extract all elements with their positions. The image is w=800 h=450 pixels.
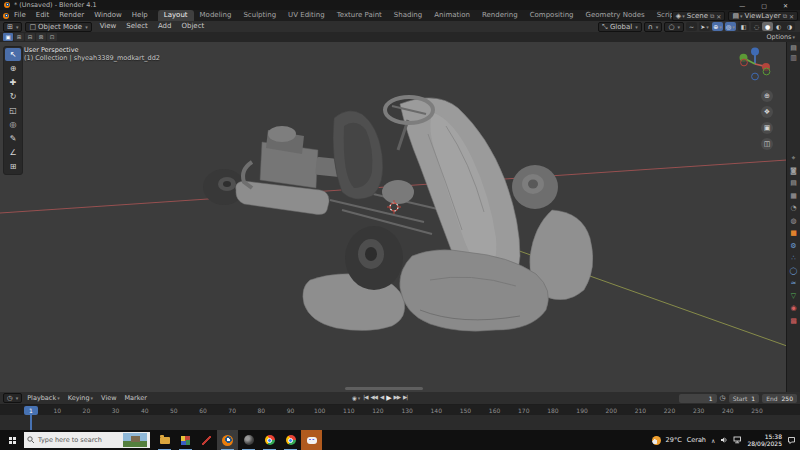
gizmo-neg-y-axis[interactable] [763, 68, 770, 75]
workspace-tab-geometry-nodes[interactable]: Geometry Nodes [580, 10, 651, 21]
unlink-scene-button[interactable]: ✕ [716, 13, 721, 20]
taskbar-search[interactable]: Type here to search [24, 432, 150, 448]
view-navigation-gizmo[interactable] [735, 44, 775, 84]
menu-keying[interactable]: Keying [64, 393, 97, 404]
timeline-editor-dropdown[interactable]: ◷ [3, 393, 22, 403]
tool-tab[interactable]: ⌖ [792, 154, 796, 162]
play-button[interactable]: ▶ [386, 394, 390, 402]
modifiers-tab[interactable]: ⚙ [790, 242, 796, 250]
scene-browse-icon[interactable]: ◈ [676, 12, 685, 20]
frame-end-field[interactable]: End 250 [762, 394, 797, 403]
render-tab[interactable]: ◙ [790, 167, 797, 175]
zoom-button[interactable]: ⊕ [761, 90, 773, 102]
volume-icon[interactable] [720, 436, 728, 444]
add-cube-tool[interactable]: ⊞ [5, 160, 21, 173]
play-reverse-button[interactable]: ◀ [380, 394, 383, 402]
tweak-select-tool[interactable]: ↖ [5, 48, 21, 61]
previous-keyframe-button[interactable]: ◀◀ [370, 394, 376, 402]
menu-file[interactable]: File [9, 10, 31, 21]
wireframe-shading[interactable]: ◌ [751, 22, 762, 31]
viewport-3d[interactable]: User Perspective (1) Collection | shyeah… [0, 42, 787, 392]
menu-help[interactable]: Help [127, 10, 153, 21]
workspace-tab-sculpting[interactable]: Sculpting [237, 10, 282, 21]
new-view-layer-button[interactable]: ⧉ [783, 12, 787, 20]
menu-render[interactable]: Render [54, 10, 89, 21]
visibility-filter-dropdown[interactable]: ➤ [699, 22, 710, 31]
cursor-tool[interactable]: ⊕ [5, 62, 21, 75]
texture-tab[interactable]: ▩ [790, 317, 797, 325]
view-layer-selector[interactable]: ▤ ViewLayer ⧉ ✕ [728, 11, 798, 21]
workspace-tab-layout[interactable]: Layout [158, 10, 194, 21]
object-tab[interactable]: ■ [790, 229, 797, 237]
material-preview-shading[interactable]: ◐ [773, 22, 784, 31]
chrome-icon-button[interactable] [259, 430, 280, 450]
gizmo-z-axis[interactable] [751, 48, 759, 56]
measure-tool[interactable]: ∠ [5, 146, 21, 159]
hidden-icons-chevron[interactable]: ∧ [711, 437, 715, 444]
rendered-shading[interactable]: ◑ [784, 22, 795, 31]
transform-tool[interactable]: ◎ [5, 118, 21, 131]
file-explorer-icon-button[interactable] [154, 430, 175, 450]
workspace-tab-animation[interactable]: Animation [428, 10, 476, 21]
select-set-mode[interactable]: ▣ [3, 33, 13, 41]
mode-dropdown[interactable]: □ Object Mode [25, 22, 91, 32]
falloff-button[interactable]: ~ [686, 22, 697, 31]
workspace-tab-shading[interactable]: Shading [388, 10, 428, 21]
blender-app-icon-button[interactable] [217, 430, 238, 450]
editor-type-dropdown[interactable]: ⊞ [3, 22, 22, 32]
workspace-tab-compositing[interactable]: Compositing [524, 10, 580, 21]
material-tab[interactable]: ◉ [790, 304, 796, 312]
snap-dropdown[interactable]: ∩ [644, 22, 663, 32]
weather-icon[interactable] [652, 436, 661, 445]
close-button[interactable]: ✕ [783, 2, 788, 9]
options-dropdown[interactable]: Options [766, 33, 797, 41]
select-invert-mode[interactable]: ⊠ [36, 33, 46, 41]
workspace-tab-uv-editing[interactable]: UV Editing [282, 10, 331, 21]
outliner-collection-icon[interactable]: ▥ [790, 54, 797, 62]
timeline-track-area[interactable] [0, 415, 800, 431]
current-frame-field[interactable]: 1 [679, 394, 717, 403]
outliner-filter-icon[interactable]: ▤ [790, 44, 797, 52]
show-gizmo-toggle[interactable]: ⊕ [712, 22, 723, 31]
transform-orientation-dropdown[interactable]: ⤡ Global [598, 22, 641, 32]
maximize-button[interactable]: ▢ [761, 2, 767, 9]
playhead[interactable]: 1 [24, 406, 38, 415]
menu-select[interactable]: Select [121, 21, 153, 32]
properties-strip[interactable]: ▤▥ ⌖◙▤▦◔◍■⚙∴◯≈▽◉▩ [786, 42, 800, 392]
workspace-tab-rendering[interactable]: Rendering [476, 10, 524, 21]
taskbar-clock[interactable]: 15:38 28/09/2025 [747, 433, 782, 447]
annotate-tool[interactable]: ✎ [5, 132, 21, 145]
start-button[interactable] [0, 430, 24, 450]
toggle-perspective-button[interactable]: ◫ [761, 138, 773, 150]
discord-icon-button[interactable] [301, 430, 322, 450]
workspace-tab-modeling[interactable]: Modeling [194, 10, 238, 21]
remove-view-layer-button[interactable]: ✕ [789, 13, 794, 20]
dark-app-icon-button[interactable] [238, 430, 259, 450]
weather-condition[interactable]: Cerah [687, 436, 706, 444]
viewport-scrollbar[interactable] [345, 387, 423, 390]
particles-tab[interactable]: ∴ [791, 254, 795, 262]
menu-marker[interactable]: Marker [121, 393, 151, 404]
world-tab[interactable]: ◍ [790, 217, 796, 225]
preview-range-toggle[interactable]: ◷ [720, 394, 726, 402]
timeline-ruler[interactable]: 1 10203040506070809010011012013014015016… [0, 405, 800, 415]
camera-view-button[interactable]: ▣ [761, 122, 773, 134]
gizmo-neg-z-axis[interactable] [752, 73, 759, 80]
view-layer-tab[interactable]: ▦ [790, 192, 797, 200]
menu-window[interactable]: Window [89, 10, 127, 21]
network-icon[interactable] [733, 436, 742, 444]
browser-icon-button[interactable] [280, 430, 301, 450]
photos-app-icon-button[interactable] [175, 430, 196, 450]
scene-tab[interactable]: ◔ [790, 204, 796, 212]
show-overlays-toggle[interactable]: ◎ [725, 22, 736, 31]
physics-tab[interactable]: ◯ [790, 267, 798, 275]
rotate-tool[interactable]: ↻ [5, 90, 21, 103]
gizmo-neg-x-axis[interactable] [741, 59, 748, 66]
constraints-tab[interactable]: ≈ [791, 279, 797, 287]
select-intersect-mode[interactable]: ⊡ [47, 33, 57, 41]
scale-tool[interactable]: ◱ [5, 104, 21, 117]
move-tool[interactable]: ✚ [5, 76, 21, 89]
view-layer-browse-icon[interactable]: ▤ [732, 12, 742, 20]
jump-to-end-button[interactable]: ▶| [403, 394, 407, 402]
menu-playback[interactable]: Playback [23, 393, 64, 404]
